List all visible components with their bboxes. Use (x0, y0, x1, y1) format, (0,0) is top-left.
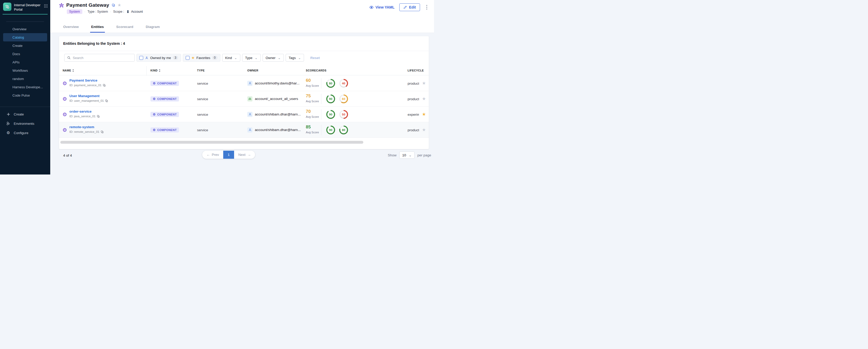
avg-score-label: Avg Score (306, 115, 319, 118)
per-page-select[interactable]: 10 ⌄ (399, 152, 414, 159)
scorecard-divider (321, 125, 321, 135)
table-row[interactable]: ⚙ User Management ID: user_management_01… (59, 91, 429, 107)
column-header-kind[interactable]: KIND (150, 69, 160, 72)
entity-name-link[interactable]: order-service (69, 109, 92, 114)
kind-dropdown[interactable]: Kind ⌄ (222, 54, 240, 62)
sort-icon (72, 69, 74, 72)
scorecard-divider (321, 94, 321, 104)
sidebar-bottom-create[interactable]: Create (0, 109, 50, 119)
favorite-star-cell[interactable]: ★ (419, 107, 429, 122)
copy-id-icon[interactable] (101, 130, 103, 133)
copy-id-icon[interactable] (97, 115, 100, 118)
favorite-title-star-icon[interactable]: ★ (118, 3, 121, 7)
more-options-kebab-icon[interactable] (425, 4, 429, 11)
favorite-star-cell[interactable]: ★ (419, 122, 429, 137)
tab-diagram[interactable]: Diagram (145, 25, 161, 33)
entity-meta-row: System · Type : System · Scope : Account (67, 9, 143, 14)
view-yaml-button[interactable]: View YAML (369, 5, 395, 9)
chevron-down-icon: ⌄ (278, 56, 281, 60)
next-page-button[interactable]: Next → (234, 151, 255, 159)
tab-overview[interactable]: Overview (62, 25, 80, 33)
scorecard-ring: 90 (326, 110, 335, 119)
owned-by-me-filter[interactable]: Owned by me 3 (136, 54, 181, 62)
favorite-star-cell[interactable]: ★ (419, 75, 429, 91)
component-gear-icon: ⚙ (62, 127, 67, 132)
entities-panel: Entities Belonging to the System : 4 Own… (59, 36, 429, 149)
tab-scorecard[interactable]: Scorecard (115, 25, 134, 33)
favorite-star-cell[interactable]: ★ (419, 91, 429, 106)
table-row[interactable]: ⚙ Payment Service ID: payment_service_01… (59, 75, 429, 91)
system-entity-icon (59, 3, 64, 8)
scorecard-ring: 40 (339, 79, 348, 88)
chevron-down-icon: ⌄ (409, 153, 411, 157)
entity-scope-label: Scope : (113, 10, 124, 13)
header-actions: View YAML Edit (369, 3, 429, 11)
tags-dropdown[interactable]: Tags ⌄ (286, 54, 304, 62)
entity-id: ID: java_service_01 (69, 115, 100, 118)
sidebar-item-catalog[interactable]: Catalog (3, 33, 47, 41)
favorite-star-icon[interactable]: ★ (422, 128, 426, 132)
sidebar-item-harness-developer[interactable]: Harness Develope... (0, 83, 50, 91)
sidebar-item-overview[interactable]: Overview (0, 25, 50, 33)
reset-filters-button[interactable]: Reset (310, 56, 320, 60)
search-input-wrapper (64, 54, 135, 62)
search-input[interactable] (73, 56, 132, 60)
entities-heading: Entities Belonging to the System : 4 (63, 41, 125, 45)
entity-name-link[interactable]: User Management (69, 94, 99, 98)
sidebar-item-create[interactable]: Create (0, 41, 50, 50)
sidebar-item-code-pulse[interactable]: Code Pulse (0, 91, 50, 99)
favorites-filter[interactable]: ★ Favorites 0 (183, 54, 220, 62)
favorites-checkbox[interactable] (186, 56, 190, 60)
entity-id: ID: payment_service_01 (69, 84, 106, 87)
page-1-button[interactable]: 1 (223, 151, 234, 159)
column-header-owner: OWNER (247, 69, 258, 72)
page-title: Payment Gateway (66, 2, 109, 8)
favorite-star-icon[interactable]: ★ (422, 97, 426, 101)
entity-name-link[interactable]: remote-system (69, 125, 94, 129)
tab-entities[interactable]: Entities (90, 25, 105, 33)
owner-avatar-icon (247, 96, 252, 101)
chevron-down-icon: ⌄ (298, 56, 301, 60)
copy-title-icon[interactable] (112, 3, 115, 7)
owner-avatar-icon (247, 81, 252, 86)
app-grid-icon[interactable] (44, 4, 48, 8)
search-icon (67, 56, 71, 60)
pencil-icon (403, 5, 407, 9)
scope-account: Account (126, 10, 143, 13)
column-header-name[interactable]: NAME (63, 69, 74, 72)
user-icon (145, 56, 148, 60)
entity-id: ID: remote_service_01 (69, 130, 103, 133)
type-dropdown[interactable]: Type ⌄ (242, 54, 261, 62)
edit-button[interactable]: Edit (399, 3, 420, 11)
sidebar-bottom-nav: Create Environments ⚙ Configure (0, 107, 50, 137)
sidebar-item-random[interactable]: random (0, 74, 50, 83)
sidebar-item-workflows[interactable]: Workflows (0, 66, 50, 74)
type-cell: service (197, 81, 208, 85)
favorite-star-icon[interactable]: ★ (422, 112, 426, 117)
entity-name-link[interactable]: Payment Service (69, 78, 97, 82)
meta-separator: · (110, 10, 111, 13)
entity-tabs: Overview Entities Scorecard Diagram (62, 25, 161, 33)
sidebar-item-apis[interactable]: APIs (0, 58, 50, 66)
entity-id: ID: user_management_01 (69, 99, 108, 102)
owned-by-me-checkbox[interactable] (139, 56, 143, 60)
sidebar-item-docs[interactable]: Docs (0, 50, 50, 58)
favorite-star-icon[interactable]: ★ (422, 81, 426, 86)
gear-icon: ⚙ (6, 130, 10, 135)
prev-page-button[interactable]: ← Prev (202, 151, 223, 159)
brand-title: Internal Developer Portal (14, 3, 41, 12)
component-gear-icon: ⚙ (62, 112, 67, 117)
harness-idp-logo (3, 3, 11, 11)
copy-id-icon[interactable] (105, 99, 108, 102)
owner-dropdown[interactable]: Owner ⌄ (262, 54, 284, 62)
table-row[interactable]: ⚙ remote-system ID: remote_service_01 ⚙ … (59, 122, 429, 138)
copy-id-icon[interactable] (103, 84, 106, 87)
avg-score-value: 75 (306, 93, 311, 99)
per-page-label: per page (417, 153, 431, 157)
table-row[interactable]: ⚙ order-service ID: java_service_01 ⚙ CO… (59, 107, 429, 122)
account-icon (126, 10, 130, 13)
horizontal-scrollbar[interactable] (60, 141, 363, 144)
sidebar-bottom-environments[interactable]: Environments (0, 119, 50, 128)
owner-name: account/timothy.davis@har... (255, 81, 300, 85)
sidebar-bottom-configure[interactable]: ⚙ Configure (0, 128, 50, 137)
